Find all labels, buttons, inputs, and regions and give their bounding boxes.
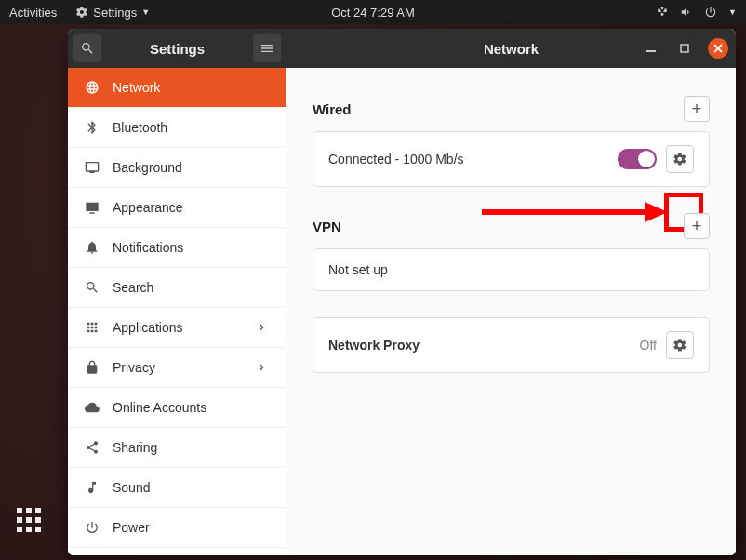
vpn-status-label: Not set up xyxy=(328,262,388,277)
bluetooth-icon xyxy=(85,120,100,135)
app-menu-button[interactable]: Settings ▼ xyxy=(75,6,150,20)
sidebar-item-sound[interactable]: Sound xyxy=(68,468,286,508)
sidebar-item-label: Sharing xyxy=(113,440,157,455)
svg-rect-2 xyxy=(661,7,663,8)
show-applications-button[interactable] xyxy=(17,508,41,532)
desktop-icon xyxy=(85,200,100,215)
search-button[interactable] xyxy=(73,34,101,62)
sidebar-item-label: Bluetooth xyxy=(113,120,167,135)
sidebar-item-label: Background xyxy=(113,160,182,175)
gear-icon xyxy=(673,338,687,353)
sidebar-title: Settings xyxy=(107,41,247,57)
proxy-label: Network Proxy xyxy=(328,338,420,353)
minimize-icon xyxy=(646,44,656,53)
network-icon xyxy=(656,6,669,19)
svg-rect-4 xyxy=(646,50,656,52)
apps-icon xyxy=(85,320,100,335)
sidebar-item-online-accounts[interactable]: Online Accounts xyxy=(68,388,286,428)
search-icon xyxy=(85,280,100,295)
sidebar-item-sharing[interactable]: Sharing xyxy=(68,428,286,468)
content-title: Network xyxy=(484,41,539,57)
sidebar-item-label: Appearance xyxy=(113,200,183,215)
sidebar-item-search[interactable]: Search xyxy=(68,268,286,308)
close-button[interactable] xyxy=(708,38,728,59)
wired-section-title: Wired xyxy=(313,101,352,117)
chevron-right-icon xyxy=(254,320,269,335)
svg-rect-5 xyxy=(681,45,688,52)
system-tray[interactable]: ▼ xyxy=(656,6,737,19)
wired-settings-button[interactable] xyxy=(666,145,694,173)
sidebar-item-label: Sound xyxy=(113,480,150,495)
globe-icon xyxy=(85,80,100,95)
sidebar-item-appearance[interactable]: Appearance xyxy=(68,188,286,228)
search-icon xyxy=(80,41,95,56)
wired-status-label: Connected - 1000 Mb/s xyxy=(328,152,464,167)
sidebar-item-network[interactable]: Network xyxy=(68,68,286,108)
chevron-down-icon: ▼ xyxy=(141,7,150,17)
close-icon xyxy=(713,44,723,53)
bell-icon xyxy=(85,240,100,255)
minimize-button[interactable] xyxy=(641,38,661,59)
sidebar-item-label: Search xyxy=(113,280,153,295)
sidebar-item-privacy[interactable]: Privacy xyxy=(68,348,286,388)
network-panel: Wired + Connected - 1000 Mb/s xyxy=(286,68,736,555)
settings-icon xyxy=(75,6,88,19)
music-icon xyxy=(85,480,100,495)
app-menu-label: Settings xyxy=(93,6,137,20)
cloud-icon xyxy=(85,400,100,415)
settings-sidebar[interactable]: NetworkBluetoothBackgroundAppearanceNoti… xyxy=(68,68,286,555)
gear-icon xyxy=(673,152,687,167)
sidebar-item-power[interactable]: Power xyxy=(68,508,286,548)
hamburger-icon xyxy=(260,41,274,56)
add-wired-button[interactable]: + xyxy=(684,96,710,122)
share-icon xyxy=(85,440,100,455)
desktop: Settings Network NetworkBluetoothBackgro… xyxy=(0,24,746,560)
titlebar: Settings Network xyxy=(68,29,736,68)
hamburger-menu-button[interactable] xyxy=(253,34,281,62)
maximize-icon xyxy=(680,44,689,53)
lock-icon xyxy=(85,360,100,375)
sidebar-item-applications[interactable]: Applications xyxy=(68,308,286,348)
chevron-down-icon: ▼ xyxy=(728,7,737,17)
sidebar-item-label: Applications xyxy=(113,320,183,335)
sidebar-item-notifications[interactable]: Notifications xyxy=(68,228,286,268)
clock[interactable]: Oct 24 7:29 AM xyxy=(331,6,415,20)
display-icon xyxy=(85,160,100,175)
proxy-settings-button[interactable] xyxy=(666,331,694,359)
sidebar-item-bluetooth[interactable]: Bluetooth xyxy=(68,108,286,148)
maximize-button[interactable] xyxy=(674,38,695,59)
sidebar-item-label: Notifications xyxy=(113,240,183,255)
sidebar-item-background[interactable]: Background xyxy=(68,148,286,188)
sidebar-item-label: Privacy xyxy=(113,360,155,375)
svg-rect-0 xyxy=(658,9,659,11)
activities-button[interactable]: Activities xyxy=(9,6,57,20)
proxy-state-label: Off xyxy=(640,338,657,353)
add-vpn-button[interactable]: + xyxy=(684,213,710,239)
power-icon xyxy=(704,6,717,19)
sidebar-item-label: Power xyxy=(113,520,150,535)
gnome-top-bar: Activities Settings ▼ Oct 24 7:29 AM ▼ xyxy=(0,0,746,24)
power-icon xyxy=(85,520,100,535)
settings-window: Settings Network NetworkBluetoothBackgro… xyxy=(68,29,736,555)
chevron-right-icon xyxy=(254,360,269,375)
volume-icon xyxy=(680,6,693,19)
sidebar-item-label: Network xyxy=(113,80,160,95)
sidebar-item-label: Online Accounts xyxy=(113,400,206,415)
vpn-section-title: VPN xyxy=(313,219,341,234)
wired-toggle[interactable] xyxy=(618,149,657,169)
